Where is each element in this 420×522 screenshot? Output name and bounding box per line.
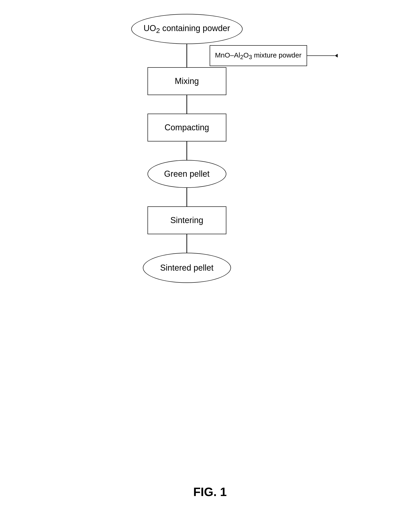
mno-label: MnO–Al2O3 mixture powder [215,51,301,61]
figure-title-text: FIG. 1 [193,485,227,499]
sintered-pellet-node: Sintered pellet [143,253,231,283]
connector-2 [186,56,187,67]
connector-1 [186,44,187,56]
sintered-pellet-label: Sintered pellet [160,263,213,273]
arrow-left-icon [335,54,338,58]
green-pellet-label: Green pellet [164,169,209,179]
uo2-node: UO2 containing powder [131,14,243,44]
diagram-container: UO2 containing powder MnO–Al2O3 mixture … [0,14,420,283]
compacting-node: Compacting [147,114,226,141]
h-line [307,55,335,56]
mno-node: MnO–Al2O3 mixture powder [210,45,307,66]
green-pellet-node: Green pellet [147,160,226,188]
sintering-label: Sintering [170,215,203,225]
figure-label: FIG. 1 [0,485,420,499]
connector-4 [186,141,187,160]
uo2-label: UO2 containing powder [144,23,230,35]
connector-6 [186,234,187,253]
connector-3 [186,95,187,114]
mixing-node: Mixing [147,67,226,95]
mno-arrow-group: MnO–Al2O3 mixture powder [210,45,338,66]
connector-5 [186,188,187,206]
compacting-label: Compacting [164,123,209,132]
mixing-label: Mixing [175,76,199,86]
sintering-node: Sintering [147,206,226,234]
flowchart: UO2 containing powder MnO–Al2O3 mixture … [131,14,243,283]
